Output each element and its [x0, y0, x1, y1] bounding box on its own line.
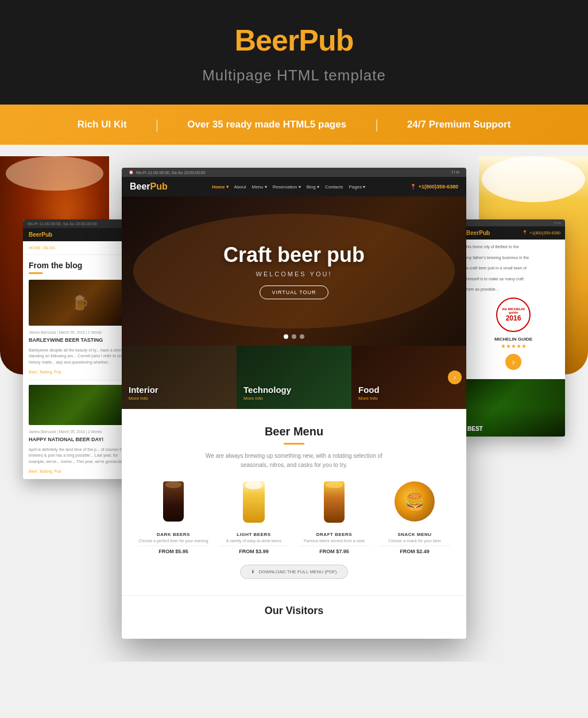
center-topbar-social: f t in: [452, 170, 459, 175]
header-logo: BeerPub: [11, 23, 577, 57]
draft-beers-price: FROM $7.95: [299, 549, 369, 554]
center-phone: 📍 +1(800)359-6380: [410, 184, 458, 190]
hero-section: Craft beer pub WELCOMES YOU! VIRTUAL TOU…: [122, 196, 466, 346]
feature-tile-technology[interactable]: Technology More Info: [237, 346, 351, 409]
center-navbar: BeerPub Home ▾ About Menu ▾ Reservation …: [122, 177, 466, 196]
beer-menu-title: Beer Menu: [133, 425, 455, 438]
blog-post2-meta: James Barrucad | March 05, 2016 | 2 Word…: [23, 430, 138, 436]
nav-pages[interactable]: Pages ▾: [349, 184, 365, 190]
beer-item-snack: SNACK MENU Choose a snack for your beer …: [379, 481, 450, 554]
beer-items-list: DARK BEERS Choose a perfect beer for you…: [133, 481, 455, 554]
michelin-guide-text: the MICHELIN guide: [497, 307, 529, 314]
arrow-btn-food[interactable]: ›: [448, 370, 462, 384]
right-text-5: hem as possible...: [466, 287, 560, 293]
blog-panel-topbar: Mo-Fr 11:00-00:00, Sa-Su 15:00-00:00: [28, 222, 97, 226]
draft-beers-desc: Famous beers served from a cask: [299, 538, 369, 543]
feature-tile-interior-link[interactable]: More Info: [129, 396, 158, 401]
right-text-4: himself is to make as many craft: [466, 276, 560, 283]
right-text-1: his home city of Belfast to the: [466, 244, 560, 250]
banner-item-2: Over 35 ready made HTML5 pages: [158, 119, 375, 130]
nav-menu[interactable]: Menu ▾: [252, 184, 266, 190]
hero-dots: [284, 334, 304, 339]
feature-tile-food-link[interactable]: More Info: [358, 396, 380, 401]
feature-tiles: Interior More Info Technology More Info …: [122, 346, 466, 409]
michelin-badge: the MICHELIN guide 2016: [496, 298, 531, 332]
blog-post1-text: Barleywine despite all the beauty of ty.…: [23, 348, 138, 370]
snack-menu-price: FROM $2.49: [379, 549, 450, 554]
feature-tile-interior[interactable]: Interior More Info: [122, 346, 237, 409]
nav-home[interactable]: Home ▾: [212, 184, 228, 190]
nav-reservation[interactable]: Reservation ▾: [273, 184, 301, 190]
hero-dot-2[interactable]: [292, 334, 296, 339]
blog-post2-title: HAPPY NATIONAL BEER DAY!: [23, 436, 138, 447]
blog-post-separator: [29, 380, 132, 380]
banner-item-3: 24/7 Premium Support: [378, 119, 539, 130]
blog-breadcrumb: HOME / BLOG: [23, 241, 138, 255]
virtual-tour-button[interactable]: VIRTUAL TOUR: [260, 285, 328, 299]
blog-post2-text: April is definitely the best time of the…: [23, 447, 138, 470]
beer-menu-section: Beer Menu We are always brewing up somet…: [122, 409, 466, 595]
right-panel-logo: BeerPub: [466, 230, 490, 236]
right-text-3: a craft beer pub in a small town of: [466, 265, 560, 272]
draft-beer-glass: [299, 481, 369, 527]
center-browser: ⏰Mo-Fr 11:00-00:00, Sa-Su 15:00-00:00 f …: [122, 168, 466, 639]
blog-heading: From the blog: [23, 255, 138, 272]
hero-subtitle: WELCOMES YOU!: [256, 271, 332, 277]
blog-post1-tags: Beer, Tasting, Pub: [23, 370, 138, 380]
dark-beer-glass: [138, 481, 208, 527]
visitors-title: Our Visitors: [133, 605, 455, 617]
dark-beers-name: DARK BEERS: [138, 532, 208, 537]
michelin-stars: ★★★★★: [466, 343, 560, 349]
main-content: Mo-Fr 11:00-00:00, Sa-Su 15:00-00:00 f t…: [0, 145, 588, 662]
blog-panel-nav: Mo-Fr 11:00-00:00, Sa-Su 15:00-00:00 f t…: [23, 219, 138, 228]
beer-menu-underline: [284, 443, 304, 445]
right-panel-content: his home city of Belfast to the my fathe…: [462, 240, 565, 379]
right-topbar: f t in: [462, 219, 565, 226]
snack-menu-desc: Choose a snack for your beer: [379, 538, 450, 543]
header-subtitle: Multipage HTML template: [11, 67, 577, 84]
hero-dot-3[interactable]: [300, 334, 304, 339]
feature-tile-interior-title: Interior: [129, 385, 158, 395]
light-beers-price: FROM $3.99: [218, 549, 289, 554]
nav-about[interactable]: About: [234, 184, 246, 190]
hero-dot-1[interactable]: [284, 334, 288, 339]
nav-contacts[interactable]: Contacts: [325, 184, 343, 190]
center-logo: BeerPub: [130, 182, 168, 192]
light-beers-desc: A variety of easy-to-drink beers: [218, 538, 289, 543]
center-nav-menu[interactable]: Home ▾ About Menu ▾ Reservation ▾ Blog ▾…: [212, 184, 365, 190]
right-food-image: BEST: [462, 379, 565, 437]
banner-item-1: Rich UI Kit: [49, 119, 156, 130]
dark-beers-price: FROM $5.95: [138, 549, 208, 554]
food-label: BEST: [467, 426, 483, 432]
draft-beers-name: DRAFT BEERS: [299, 532, 369, 537]
right-social: f t in: [554, 221, 560, 225]
blog-heading-line: [29, 272, 42, 274]
blog-post1-title: BARLEYWINE BEER TASTING: [23, 337, 138, 348]
light-glass-shape: [243, 481, 265, 523]
snack-menu-name: SNACK MENU: [379, 532, 450, 537]
nav-blog[interactable]: Blog ▾: [307, 184, 319, 190]
beer-menu-desc: We are always brewing up something new, …: [202, 451, 386, 470]
visitors-section: Our Visitors: [122, 595, 466, 626]
blog-post2-image: [29, 385, 132, 425]
orange-arrow-button[interactable]: ›: [505, 354, 521, 370]
feature-tile-technology-title: Technology: [243, 385, 291, 395]
snack-img-shape: [394, 481, 435, 522]
michelin-year: 2016: [506, 314, 521, 322]
download-icon: ⬇: [251, 569, 255, 574]
blog-post1-meta: James Barrucad | March 05, 2016 | 2 Word…: [23, 330, 138, 337]
draft-glass-shape: [324, 481, 345, 523]
michelin-title: MICHELIN GUIDE: [466, 337, 560, 342]
feature-tile-technology-link[interactable]: More Info: [243, 396, 291, 401]
beer-item-light: LIGHT BEERS A variety of easy-to-drink b…: [218, 481, 289, 554]
header: BeerPub Multipage HTML template: [0, 0, 588, 105]
blog-post1-image: 🍺: [29, 280, 132, 326]
dark-beers-desc: Choose a perfect beer for your evening: [138, 538, 208, 543]
right-navbar: BeerPub 📍 +1(800)359-6380: [462, 226, 565, 240]
download-menu-button[interactable]: ⬇ DOWNLOAD THE FULL MENU (PDF): [240, 565, 347, 579]
blog-side-panel: Mo-Fr 11:00-00:00, Sa-Su 15:00-00:00 f t…: [23, 219, 138, 479]
feature-tile-food-title: Food: [358, 385, 380, 395]
download-menu-label: DOWNLOAD THE FULL MENU (PDF): [258, 569, 336, 574]
logo-beer: Beer: [235, 24, 299, 57]
feature-tile-food[interactable]: Food More Info ›: [351, 346, 466, 409]
